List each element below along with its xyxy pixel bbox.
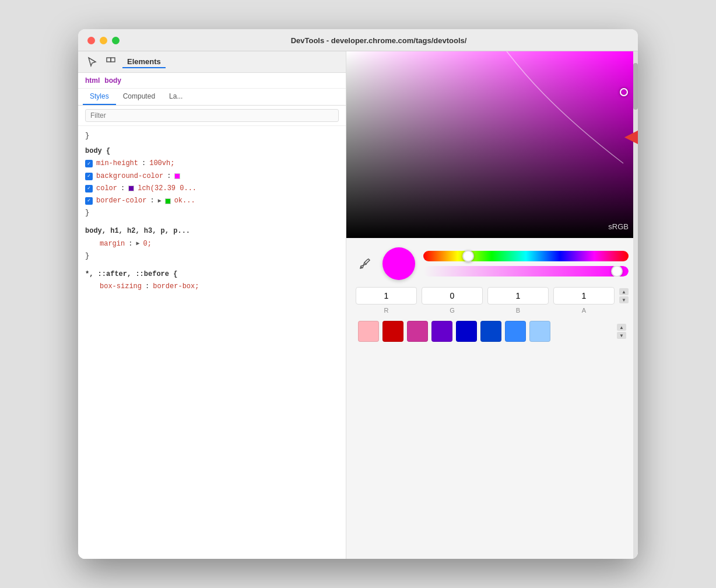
border-color-swatch[interactable] — [165, 198, 171, 204]
css-close-body: } — [85, 207, 339, 219]
css-rule-body: body { min-height : 100vh; background-co… — [85, 145, 339, 219]
bg-color-swatch[interactable] — [174, 173, 180, 179]
swatches-stepper-up[interactable]: ▲ — [617, 324, 626, 331]
swatch-2[interactable] — [407, 321, 428, 342]
breadcrumb: html body — [78, 73, 346, 89]
left-panel: Elements html body Styles Computed La...… — [78, 51, 346, 559]
swatches-stepper: ▲ ▼ — [617, 324, 626, 339]
a-label: A — [582, 307, 586, 314]
css-selector-body-headings: body, h1, h2, h3, p, p... — [85, 225, 339, 237]
swatch-0[interactable] — [358, 321, 379, 342]
color-gradient[interactable]: sRGB ◀ — [346, 51, 638, 238]
checkbox-min-height[interactable] — [85, 160, 93, 167]
b-input[interactable] — [487, 287, 549, 304]
color-preview-circle — [382, 247, 415, 280]
checkbox-border-color[interactable] — [85, 197, 93, 205]
traffic-lights — [87, 37, 120, 44]
gradient-cursor[interactable] — [620, 88, 628, 96]
arrow-border-color[interactable]: ▶ — [158, 197, 162, 206]
css-prop-color: color : lch(32.39 0... — [85, 183, 339, 195]
swatch-3[interactable] — [431, 321, 452, 342]
right-panel: sRGB ◀ — [346, 51, 638, 559]
window-title: DevTools - developer.chrome.com/tags/dev… — [129, 36, 629, 45]
b-field: B — [487, 287, 549, 314]
arrow-margin[interactable]: ▶ — [136, 239, 139, 249]
rgba-stepper: ▲ ▼ — [619, 288, 629, 303]
red-arrow-icon: ◀ — [625, 118, 638, 153]
eyedropper-button[interactable] — [356, 254, 374, 273]
swatch-7[interactable] — [529, 321, 550, 342]
breadcrumb-html[interactable]: html — [85, 76, 100, 85]
r-label: R — [384, 307, 389, 314]
swatch-4[interactable] — [456, 321, 477, 342]
browser-window: DevTools - developer.chrome.com/tags/dev… — [78, 29, 638, 559]
g-field: G — [422, 287, 483, 314]
devtools-toolbar: Elements — [78, 51, 346, 73]
maximize-button[interactable] — [112, 37, 120, 44]
close-button[interactable] — [87, 37, 95, 44]
css-rule-star: *, ::after, ::before { box-sizing : bord… — [85, 268, 339, 293]
breadcrumb-body[interactable]: body — [104, 76, 121, 85]
css-close-headings: } — [85, 250, 339, 262]
rgba-inputs: R G B A ▲ ▼ — [356, 287, 629, 314]
swatches-row: ▲ ▼ — [356, 321, 629, 342]
swatches-stepper-down[interactable]: ▼ — [617, 332, 626, 339]
color-swatch[interactable] — [128, 186, 134, 191]
checkbox-color[interactable] — [85, 185, 93, 192]
css-prop-border-color: border-color : ▶ ok... — [85, 195, 339, 207]
color-controls: R G B A ▲ ▼ — [346, 238, 638, 351]
alpha-gradient-overlay — [423, 266, 629, 276]
g-input[interactable] — [422, 287, 483, 304]
g-label: G — [450, 307, 455, 314]
devtools-body: Elements html body Styles Computed La...… — [78, 51, 638, 559]
swatch-6[interactable] — [505, 321, 526, 342]
css-prop-margin: margin : ▶ 0; — [85, 238, 339, 250]
stepper-down[interactable]: ▼ — [619, 296, 629, 303]
css-prop-background-color: background-color : — [85, 170, 339, 183]
a-input[interactable] — [553, 287, 615, 304]
css-selector-star: *, ::after, ::before { — [85, 268, 339, 281]
svg-rect-1 — [111, 58, 115, 62]
hue-thumb[interactable] — [462, 250, 474, 262]
alpha-slider[interactable] — [423, 266, 629, 276]
swatch-5[interactable] — [480, 321, 501, 342]
minimize-button[interactable] — [100, 37, 107, 44]
svg-rect-0 — [107, 58, 111, 62]
b-label: B — [516, 307, 520, 314]
scrollbar-thumb[interactable] — [633, 63, 638, 110]
stepper-up[interactable]: ▲ — [619, 288, 629, 295]
cursor-icon[interactable] — [85, 55, 99, 69]
color-top-row — [356, 247, 629, 280]
srgb-label: sRGB — [608, 222, 629, 231]
alpha-thumb[interactable] — [611, 266, 623, 276]
swatch-1[interactable] — [382, 321, 403, 342]
tab-layout[interactable]: La... — [162, 89, 189, 105]
css-brace: } — [85, 131, 339, 142]
css-rule-body-headings: body, h1, h2, h3, p, p... margin : ▶ 0; … — [85, 225, 339, 262]
r-field: R — [356, 287, 417, 314]
tab-computed[interactable]: Computed — [116, 89, 162, 105]
css-content: } body { min-height : 100vh; — [78, 126, 346, 559]
css-prop-box-sizing: box-sizing : border-box; — [85, 281, 339, 293]
filter-input[interactable] — [85, 109, 339, 122]
checkbox-bg-color[interactable] — [85, 173, 93, 180]
sliders-container — [423, 251, 629, 276]
r-input[interactable] — [356, 287, 417, 304]
hue-slider[interactable] — [423, 251, 629, 261]
a-field: A — [553, 287, 615, 314]
css-prop-min-height: min-height : 100vh; — [85, 158, 339, 170]
layers-icon[interactable] — [104, 55, 118, 69]
titlebar: DevTools - developer.chrome.com/tags/dev… — [78, 29, 638, 51]
filter-bar — [78, 106, 346, 126]
tab-elements[interactable]: Elements — [122, 56, 166, 68]
svg-point-2 — [361, 267, 362, 268]
tab-styles[interactable]: Styles — [83, 89, 116, 105]
css-selector-body: body { — [85, 145, 339, 158]
sub-tabs: Styles Computed La... — [78, 89, 346, 106]
